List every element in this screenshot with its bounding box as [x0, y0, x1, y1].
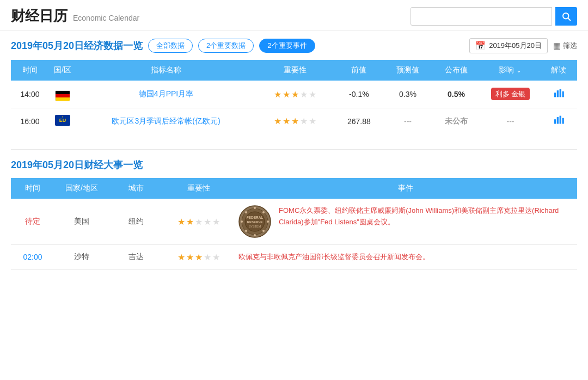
svg-rect-2 [554, 93, 556, 97]
col-event-importance: 重要性 [163, 178, 234, 199]
event-time-pending: 待定 [25, 217, 40, 225]
svg-rect-12 [562, 118, 564, 124]
star1: ★ [177, 252, 185, 262]
table-row: 16:00 EU 欧元区3月季调后经常帐(亿欧元) [11, 108, 577, 134]
cell-country-flag [49, 81, 76, 108]
cell-indicator[interactable]: 欧元区3月季调后经常帐(亿欧元) [76, 108, 256, 134]
impact-badge: 利多 金银 [491, 88, 530, 100]
cell-analysis[interactable] [540, 81, 577, 108]
section2-title: 2019年05月20日财经大事一览 [11, 158, 143, 171]
star3: ★ [291, 89, 299, 100]
chart-icon[interactable] [553, 89, 564, 100]
table-row: 02:00 沙特 吉达 ★ ★ ★ ★ ★ 欧佩克与非欧佩克产油国部长级监督委员… [11, 245, 577, 270]
event-time-normal: 02:00 [23, 253, 42, 261]
flag-eu: EU [55, 115, 70, 126]
svg-point-22 [262, 230, 265, 232]
fed-emblem-container: FEDERAL RESERVE SYSTEM [238, 205, 271, 238]
col-analysis: 解读 [540, 60, 577, 81]
star2: ★ [186, 217, 194, 227]
search-icon [561, 11, 571, 21]
search-input[interactable] [411, 7, 552, 26]
svg-point-25 [241, 220, 243, 223]
svg-text:SYSTEM: SYSTEM [249, 225, 261, 228]
eu-flag-svg: EU [55, 115, 70, 126]
event-text: FOMC永久票委、纽约联储主席威廉姆斯(John Williams)和美联储副主… [279, 205, 573, 228]
star5: ★ [309, 89, 316, 100]
filter-funnel-icon: ▦ [553, 41, 561, 51]
col-forecast: 预测值 [384, 60, 432, 81]
svg-point-23 [254, 234, 256, 236]
cell-indicator[interactable]: 德国4月PPI月率 [76, 81, 256, 108]
cell-forecast: 0.3% [384, 81, 432, 108]
col-event-city: 城市 [109, 178, 163, 199]
table-row: 14:00 德国4月PPI月率 ★ ★ ★ ★ ★ [11, 81, 577, 108]
svg-rect-3 [557, 90, 559, 97]
date-display: 2019年05月20日 [489, 41, 542, 51]
cell-analysis[interactable] [540, 108, 577, 134]
events-table: 时间 国家/地区 城市 重要性 事件 待定 美国 纽约 ★ ★ ★ [11, 178, 577, 270]
star5: ★ [212, 217, 220, 227]
cell-time: 14:00 [11, 81, 49, 108]
col-country: 国/区 [49, 60, 76, 81]
cell-event-city: 纽约 [109, 199, 163, 245]
col-prev: 前值 [334, 60, 383, 81]
search-button[interactable] [555, 7, 577, 26]
sort-icon[interactable]: ⌄ [516, 66, 522, 74]
svg-point-24 [245, 230, 247, 232]
events-table-head: 时间 国家/地区 城市 重要性 事件 [11, 178, 577, 199]
cell-impact: --- [480, 108, 540, 134]
svg-point-20 [262, 211, 265, 213]
star2: ★ [283, 89, 290, 100]
svg-point-21 [267, 220, 269, 223]
svg-rect-4 [560, 89, 561, 97]
cell-impact: 利多 金银 [480, 81, 540, 108]
filter-link[interactable]: ▦ 筛选 [553, 41, 577, 51]
header-right [411, 7, 577, 26]
svg-rect-10 [557, 117, 559, 124]
cell-published: 0.5% [432, 81, 480, 108]
filter-btn-important-events[interactable]: 2个重要事件 [259, 39, 315, 53]
cell-forecast: --- [384, 108, 432, 134]
svg-line-1 [568, 18, 570, 20]
cell-prev: 267.88 [334, 108, 383, 134]
cell-event-importance: ★ ★ ★ ★ ★ [163, 245, 234, 270]
star1: ★ [274, 116, 281, 126]
filter-btn-important-data[interactable]: 2个重要数据 [198, 39, 254, 53]
filter-btn-all[interactable]: 全部数据 [148, 39, 193, 53]
flag-germany [55, 90, 70, 101]
svg-rect-11 [560, 116, 561, 124]
cell-time: 16:00 [11, 108, 49, 134]
star4: ★ [300, 116, 308, 126]
calendar-icon: 📅 [475, 41, 486, 51]
cell-event-city: 吉达 [109, 245, 163, 270]
table-row: 待定 美国 纽约 ★ ★ ★ ★ ★ [11, 199, 577, 245]
star1: ★ [177, 217, 185, 227]
chart-icon[interactable] [553, 116, 564, 127]
page-title-en: Economic Calendar [73, 14, 139, 22]
svg-point-26 [245, 211, 247, 213]
event-desc-container: FEDERAL RESERVE SYSTEM [238, 205, 573, 238]
cell-event-country: 沙特 [54, 245, 109, 270]
section2-title-row: 2019年05月20日财经大事一览 [11, 158, 577, 171]
cell-event-desc: FEDERAL RESERVE SYSTEM [234, 199, 577, 245]
col-indicator: 指标名称 [76, 60, 256, 81]
svg-rect-9 [554, 119, 556, 124]
svg-text:FEDERAL: FEDERAL [247, 216, 264, 219]
star4: ★ [204, 252, 211, 262]
page-title-cn: 财经日历 [11, 7, 68, 26]
cell-event-desc: 欧佩克与非欧佩克产油国部长级监督委员会召开新闻发布会。 [234, 245, 577, 270]
col-event-time: 时间 [11, 178, 54, 199]
star5: ★ [212, 252, 220, 262]
header: 财经日历 Economic Calendar [0, 0, 588, 30]
date-picker[interactable]: 📅 2019年05月20日 [469, 38, 548, 53]
cell-importance: ★ ★ ★ ★ ★ [256, 81, 334, 108]
col-event-event: 事件 [234, 178, 577, 199]
events-table-body: 待定 美国 纽约 ★ ★ ★ ★ ★ [11, 199, 577, 269]
col-time: 时间 [11, 60, 49, 81]
cell-prev: -0.1% [334, 81, 383, 108]
star3: ★ [195, 252, 203, 262]
star4: ★ [300, 89, 308, 100]
event-text: 欧佩克与非欧佩克产油国部长级监督委员会召开新闻发布会。 [238, 252, 430, 263]
data-table-body: 14:00 德国4月PPI月率 ★ ★ ★ ★ ★ [11, 81, 577, 134]
event-desc-container: 欧佩克与非欧佩克产油国部长级监督委员会召开新闻发布会。 [238, 252, 573, 263]
